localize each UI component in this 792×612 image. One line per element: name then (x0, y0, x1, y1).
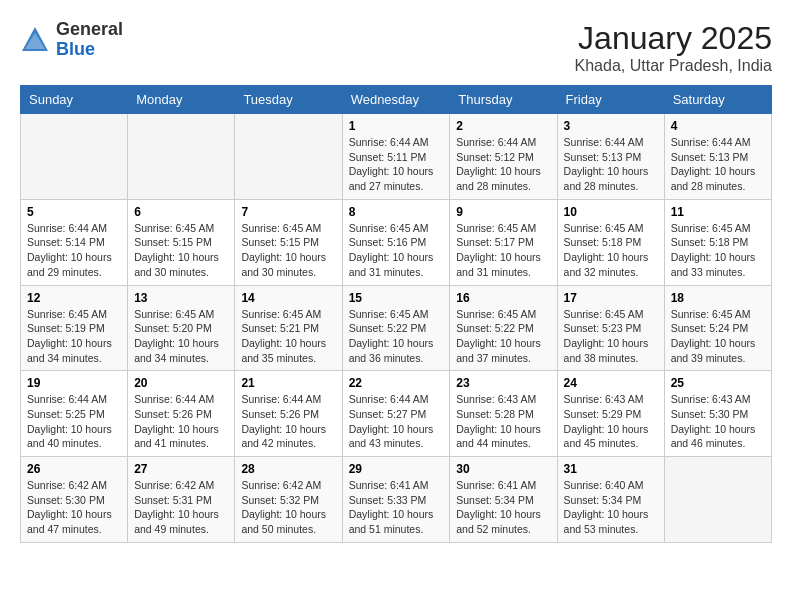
calendar-cell: 2Sunrise: 6:44 AM Sunset: 5:12 PM Daylig… (450, 114, 557, 200)
calendar-cell: 30Sunrise: 6:41 AM Sunset: 5:34 PM Dayli… (450, 457, 557, 543)
day-number: 9 (456, 205, 550, 219)
day-info: Sunrise: 6:43 AM Sunset: 5:30 PM Dayligh… (671, 392, 765, 451)
day-number: 14 (241, 291, 335, 305)
calendar-cell: 19Sunrise: 6:44 AM Sunset: 5:25 PM Dayli… (21, 371, 128, 457)
logo-text: General Blue (56, 20, 123, 60)
calendar-cell: 24Sunrise: 6:43 AM Sunset: 5:29 PM Dayli… (557, 371, 664, 457)
day-number: 21 (241, 376, 335, 390)
day-number: 12 (27, 291, 121, 305)
day-info: Sunrise: 6:45 AM Sunset: 5:22 PM Dayligh… (456, 307, 550, 366)
day-info: Sunrise: 6:44 AM Sunset: 5:13 PM Dayligh… (564, 135, 658, 194)
day-info: Sunrise: 6:45 AM Sunset: 5:18 PM Dayligh… (564, 221, 658, 280)
day-number: 24 (564, 376, 658, 390)
day-number: 4 (671, 119, 765, 133)
logo-general: General (56, 20, 123, 40)
day-info: Sunrise: 6:44 AM Sunset: 5:25 PM Dayligh… (27, 392, 121, 451)
day-info: Sunrise: 6:42 AM Sunset: 5:31 PM Dayligh… (134, 478, 228, 537)
day-number: 23 (456, 376, 550, 390)
day-info: Sunrise: 6:45 AM Sunset: 5:21 PM Dayligh… (241, 307, 335, 366)
day-number: 16 (456, 291, 550, 305)
day-number: 30 (456, 462, 550, 476)
day-number: 1 (349, 119, 444, 133)
day-info: Sunrise: 6:45 AM Sunset: 5:16 PM Dayligh… (349, 221, 444, 280)
day-number: 15 (349, 291, 444, 305)
calendar-cell: 13Sunrise: 6:45 AM Sunset: 5:20 PM Dayli… (128, 285, 235, 371)
day-info: Sunrise: 6:42 AM Sunset: 5:30 PM Dayligh… (27, 478, 121, 537)
day-number: 13 (134, 291, 228, 305)
calendar-cell: 23Sunrise: 6:43 AM Sunset: 5:28 PM Dayli… (450, 371, 557, 457)
weekday-header-tuesday: Tuesday (235, 86, 342, 114)
day-info: Sunrise: 6:44 AM Sunset: 5:27 PM Dayligh… (349, 392, 444, 451)
calendar-cell: 25Sunrise: 6:43 AM Sunset: 5:30 PM Dayli… (664, 371, 771, 457)
logo-blue: Blue (56, 40, 123, 60)
calendar-cell: 1Sunrise: 6:44 AM Sunset: 5:11 PM Daylig… (342, 114, 450, 200)
day-info: Sunrise: 6:44 AM Sunset: 5:26 PM Dayligh… (134, 392, 228, 451)
day-number: 18 (671, 291, 765, 305)
weekday-header-monday: Monday (128, 86, 235, 114)
calendar-cell (21, 114, 128, 200)
day-number: 2 (456, 119, 550, 133)
page-header: General Blue January 2025 Khada, Uttar P… (20, 20, 772, 75)
calendar-cell: 22Sunrise: 6:44 AM Sunset: 5:27 PM Dayli… (342, 371, 450, 457)
day-info: Sunrise: 6:44 AM Sunset: 5:13 PM Dayligh… (671, 135, 765, 194)
day-info: Sunrise: 6:44 AM Sunset: 5:14 PM Dayligh… (27, 221, 121, 280)
day-number: 10 (564, 205, 658, 219)
calendar-cell: 18Sunrise: 6:45 AM Sunset: 5:24 PM Dayli… (664, 285, 771, 371)
calendar-cell: 4Sunrise: 6:44 AM Sunset: 5:13 PM Daylig… (664, 114, 771, 200)
weekday-header-thursday: Thursday (450, 86, 557, 114)
day-number: 25 (671, 376, 765, 390)
day-info: Sunrise: 6:45 AM Sunset: 5:19 PM Dayligh… (27, 307, 121, 366)
day-info: Sunrise: 6:44 AM Sunset: 5:11 PM Dayligh… (349, 135, 444, 194)
day-info: Sunrise: 6:43 AM Sunset: 5:28 PM Dayligh… (456, 392, 550, 451)
day-number: 8 (349, 205, 444, 219)
calendar-cell: 26Sunrise: 6:42 AM Sunset: 5:30 PM Dayli… (21, 457, 128, 543)
weekday-header-sunday: Sunday (21, 86, 128, 114)
day-number: 29 (349, 462, 444, 476)
day-number: 11 (671, 205, 765, 219)
day-info: Sunrise: 6:45 AM Sunset: 5:24 PM Dayligh… (671, 307, 765, 366)
day-number: 26 (27, 462, 121, 476)
calendar-cell: 14Sunrise: 6:45 AM Sunset: 5:21 PM Dayli… (235, 285, 342, 371)
calendar-cell: 17Sunrise: 6:45 AM Sunset: 5:23 PM Dayli… (557, 285, 664, 371)
calendar-cell: 20Sunrise: 6:44 AM Sunset: 5:26 PM Dayli… (128, 371, 235, 457)
day-info: Sunrise: 6:41 AM Sunset: 5:33 PM Dayligh… (349, 478, 444, 537)
calendar-cell: 21Sunrise: 6:44 AM Sunset: 5:26 PM Dayli… (235, 371, 342, 457)
day-number: 20 (134, 376, 228, 390)
day-info: Sunrise: 6:44 AM Sunset: 5:12 PM Dayligh… (456, 135, 550, 194)
calendar-cell: 12Sunrise: 6:45 AM Sunset: 5:19 PM Dayli… (21, 285, 128, 371)
calendar-cell: 9Sunrise: 6:45 AM Sunset: 5:17 PM Daylig… (450, 199, 557, 285)
day-info: Sunrise: 6:45 AM Sunset: 5:15 PM Dayligh… (241, 221, 335, 280)
day-info: Sunrise: 6:42 AM Sunset: 5:32 PM Dayligh… (241, 478, 335, 537)
logo-icon (20, 25, 50, 55)
day-info: Sunrise: 6:41 AM Sunset: 5:34 PM Dayligh… (456, 478, 550, 537)
day-info: Sunrise: 6:45 AM Sunset: 5:22 PM Dayligh… (349, 307, 444, 366)
day-info: Sunrise: 6:44 AM Sunset: 5:26 PM Dayligh… (241, 392, 335, 451)
title-block: January 2025 Khada, Uttar Pradesh, India (575, 20, 772, 75)
day-number: 28 (241, 462, 335, 476)
day-info: Sunrise: 6:45 AM Sunset: 5:17 PM Dayligh… (456, 221, 550, 280)
day-number: 7 (241, 205, 335, 219)
day-number: 27 (134, 462, 228, 476)
calendar-cell: 29Sunrise: 6:41 AM Sunset: 5:33 PM Dayli… (342, 457, 450, 543)
calendar-cell: 3Sunrise: 6:44 AM Sunset: 5:13 PM Daylig… (557, 114, 664, 200)
calendar-cell: 7Sunrise: 6:45 AM Sunset: 5:15 PM Daylig… (235, 199, 342, 285)
day-info: Sunrise: 6:43 AM Sunset: 5:29 PM Dayligh… (564, 392, 658, 451)
calendar-cell: 11Sunrise: 6:45 AM Sunset: 5:18 PM Dayli… (664, 199, 771, 285)
calendar-cell: 5Sunrise: 6:44 AM Sunset: 5:14 PM Daylig… (21, 199, 128, 285)
day-number: 6 (134, 205, 228, 219)
day-info: Sunrise: 6:45 AM Sunset: 5:15 PM Dayligh… (134, 221, 228, 280)
day-number: 22 (349, 376, 444, 390)
calendar-cell (664, 457, 771, 543)
day-info: Sunrise: 6:40 AM Sunset: 5:34 PM Dayligh… (564, 478, 658, 537)
calendar-cell: 31Sunrise: 6:40 AM Sunset: 5:34 PM Dayli… (557, 457, 664, 543)
calendar-cell: 15Sunrise: 6:45 AM Sunset: 5:22 PM Dayli… (342, 285, 450, 371)
weekday-header-friday: Friday (557, 86, 664, 114)
day-number: 5 (27, 205, 121, 219)
calendar-subtitle: Khada, Uttar Pradesh, India (575, 57, 772, 75)
day-info: Sunrise: 6:45 AM Sunset: 5:18 PM Dayligh… (671, 221, 765, 280)
day-number: 31 (564, 462, 658, 476)
calendar-cell (128, 114, 235, 200)
calendar-table: SundayMondayTuesdayWednesdayThursdayFrid… (20, 85, 772, 543)
calendar-cell (235, 114, 342, 200)
day-number: 17 (564, 291, 658, 305)
